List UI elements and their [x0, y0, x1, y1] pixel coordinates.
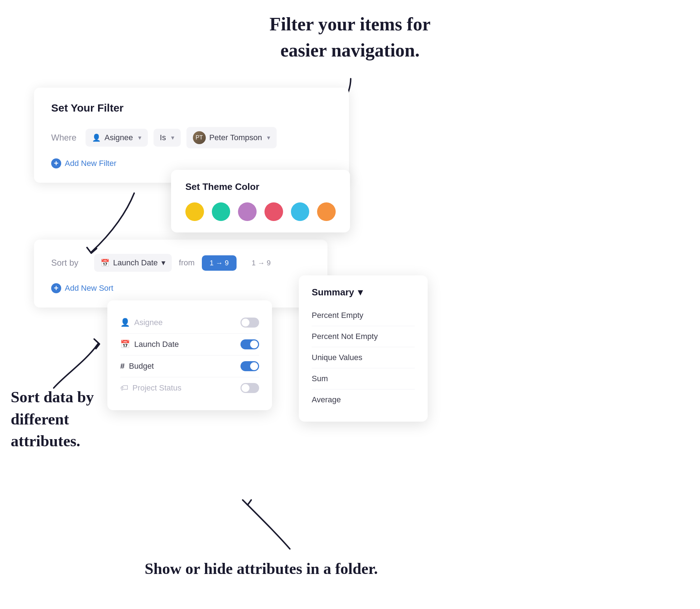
theme-color-popup: Set Theme Color	[171, 170, 350, 232]
attributes-panel: 👤 Asignee 📅 Launch Date # Budget 🏷 Proje…	[107, 300, 272, 410]
launch-date-dropdown[interactable]: 📅 Launch Date ▾	[94, 254, 172, 272]
filter-card-title: Set Your Filter	[51, 102, 332, 114]
toggle-launch-date[interactable]	[240, 339, 259, 349]
summary-sum[interactable]: Sum	[312, 368, 415, 389]
add-filter-button[interactable]: + Add New Filter	[51, 158, 332, 168]
chevron-down-icon: ▾	[171, 134, 174, 142]
is-dropdown[interactable]: Is ▾	[154, 129, 181, 147]
toggle-budget[interactable]	[240, 361, 259, 371]
attributes-annotation: Show or hide attributes in a folder.	[118, 558, 404, 580]
plus-icon: +	[51, 283, 61, 293]
chevron-down-icon: ▾	[358, 287, 363, 298]
add-sort-button[interactable]: + Add New Sort	[51, 283, 310, 293]
sort-ascending-button[interactable]: 1 → 9	[202, 255, 237, 271]
attr-row-budget: # Budget	[120, 355, 259, 377]
attr-row-assignee: 👤 Asignee	[120, 312, 259, 334]
person-dropdown[interactable]: PT Peter Tompson ▾	[186, 127, 277, 148]
color-orange[interactable]	[317, 202, 336, 221]
sort-descending-button[interactable]: 1 → 9	[244, 255, 278, 271]
color-purple[interactable]	[238, 202, 257, 221]
attr-name-budget: # Budget	[120, 362, 154, 371]
color-dots-container	[185, 202, 336, 221]
summary-percent-empty[interactable]: Percent Empty	[312, 305, 415, 326]
filter-card: Set Your Filter Where 👤 Asignee ▾ Is ▾ P…	[34, 88, 349, 183]
sort-by-label: Sort by	[51, 258, 87, 268]
header-title: Filter your items for easier navigation.	[0, 11, 700, 64]
attr-name-launch-date: 📅 Launch Date	[120, 340, 179, 349]
plus-icon: +	[51, 158, 61, 168]
summary-panel: Summary ▾ Percent Empty Percent Not Empt…	[299, 275, 428, 422]
theme-popup-title: Set Theme Color	[185, 181, 336, 192]
sort-card: Sort by 📅 Launch Date ▾ from 1 → 9 1 → 9…	[34, 240, 327, 308]
filter-row: Where 👤 Asignee ▾ Is ▾ PT Peter Tompson …	[51, 127, 332, 148]
summary-unique-values[interactable]: Unique Values	[312, 347, 415, 368]
chevron-down-icon: ▾	[138, 134, 141, 142]
assignee-dropdown[interactable]: 👤 Asignee ▾	[86, 129, 148, 147]
attr-row-launch-date: 📅 Launch Date	[120, 334, 259, 355]
chevron-down-icon: ▾	[161, 258, 165, 267]
from-label: from	[179, 258, 195, 267]
chevron-down-icon: ▾	[267, 134, 270, 142]
color-teal[interactable]	[212, 202, 230, 221]
sort-row: Sort by 📅 Launch Date ▾ from 1 → 9 1 → 9	[51, 254, 310, 272]
tag-attr-icon: 🏷	[120, 383, 128, 393]
attr-name-project-status: 🏷 Project Status	[120, 383, 181, 393]
calendar-attr-icon: 📅	[120, 340, 130, 349]
color-yellow[interactable]	[185, 202, 204, 221]
color-blue[interactable]	[291, 202, 310, 221]
attr-row-project-status: 🏷 Project Status	[120, 377, 259, 399]
avatar: PT	[193, 131, 206, 144]
toggle-project-status[interactable]	[240, 383, 259, 393]
sort-arrow	[36, 333, 107, 390]
assignee-attr-icon: 👤	[120, 318, 130, 327]
summary-header: Summary ▾	[312, 287, 415, 298]
toggle-assignee[interactable]	[240, 318, 259, 328]
where-label: Where	[51, 133, 80, 143]
hash-attr-icon: #	[120, 362, 125, 371]
color-pink[interactable]	[264, 202, 283, 221]
assignee-icon: 👤	[92, 133, 101, 142]
attr-name-assignee: 👤 Asignee	[120, 318, 163, 327]
summary-average[interactable]: Average	[312, 389, 415, 410]
attr-arrow	[236, 493, 308, 551]
calendar-icon: 📅	[101, 259, 110, 267]
summary-percent-not-empty[interactable]: Percent Not Empty	[312, 326, 415, 347]
